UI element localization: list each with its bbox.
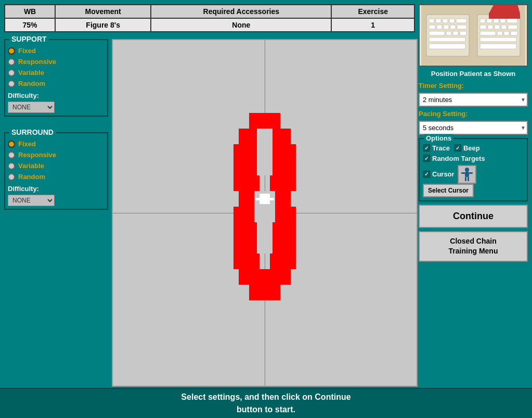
trace-checkbox-item[interactable]: Trace [423, 144, 450, 152]
pacing-dropdown-container[interactable]: 1 second 2 seconds 3 seconds 5 seconds 1… [419, 121, 528, 135]
support-variable-label: Variable [18, 69, 44, 77]
wb-value: 75% [5, 18, 55, 32]
bottom-instructions: Select settings, and then click on Conti… [181, 391, 351, 416]
cursor-checkbox-item[interactable]: Cursor [423, 170, 455, 178]
svg-rect-58 [489, 14, 520, 19]
beep-checkbox-item[interactable]: Beep [454, 144, 480, 152]
timer-dropdown-container[interactable]: 1 minute 2 minutes 3 minutes 5 minutes 1… [419, 93, 528, 107]
svg-rect-12 [233, 222, 259, 238]
support-responsive-radio[interactable] [8, 58, 15, 66]
random-targets-checkbox-item[interactable]: Random Targets [423, 155, 485, 162]
svg-rect-41 [480, 19, 485, 23]
surround-difficulty-select[interactable]: NONE [8, 195, 55, 206]
support-responsive-item[interactable]: Responsive [8, 58, 105, 66]
continue-button[interactable]: Continue [419, 205, 528, 228]
position-patient-text: Position Patient as Shown [419, 70, 528, 79]
svg-rect-5 [257, 129, 273, 175]
select-cursor-button[interactable]: Select Cursor [423, 184, 474, 197]
random-targets-row: Random Targets [423, 155, 524, 162]
svg-rect-45 [507, 19, 517, 23]
support-variable-item[interactable]: Variable [8, 69, 105, 77]
support-difficulty-label: Difficulty: [8, 92, 105, 99]
trace-checkbox[interactable] [423, 144, 430, 151]
svg-rect-19 [249, 285, 280, 300]
svg-rect-40 [429, 44, 465, 49]
header-movement: Movement [55, 5, 151, 18]
svg-rect-16 [233, 254, 259, 269]
support-fixed-item[interactable]: Fixed [8, 47, 105, 55]
support-difficulty-select[interactable]: NONE [8, 102, 55, 113]
svg-rect-53 [504, 31, 509, 35]
random-targets-label: Random Targets [432, 155, 485, 162]
svg-rect-44 [500, 19, 505, 23]
svg-rect-15 [257, 222, 273, 254]
svg-rect-51 [480, 31, 496, 35]
svg-rect-54 [511, 31, 517, 35]
svg-rect-3 [270, 144, 296, 160]
svg-rect-33 [450, 25, 456, 29]
timer-setting-label: Timer Setting: [419, 82, 528, 90]
surround-responsive-label: Responsive [18, 151, 56, 159]
header-wb: WB [5, 5, 55, 18]
pacing-setting-label: Pacing Setting: [419, 110, 528, 118]
svg-rect-63 [465, 177, 466, 181]
pacing-select[interactable]: 1 second 2 seconds 3 seconds 5 seconds 1… [419, 121, 528, 135]
surround-fixed-item[interactable]: Fixed [8, 140, 105, 148]
svg-rect-11 [254, 207, 275, 222]
support-radio-group: Fixed Responsive Variable Random [8, 47, 105, 87]
surround-variable-item[interactable]: Variable [8, 162, 105, 170]
trace-label: Trace [432, 144, 450, 152]
surround-random-radio[interactable] [8, 173, 15, 181]
svg-rect-55 [480, 37, 516, 42]
support-variable-radio[interactable] [8, 69, 15, 77]
svg-rect-42 [487, 19, 492, 23]
svg-rect-47 [488, 25, 493, 29]
svg-rect-60 [465, 172, 469, 177]
cursor-checkbox[interactable] [423, 171, 430, 178]
surround-variable-radio[interactable] [8, 162, 15, 170]
svg-rect-6 [233, 175, 259, 191]
svg-rect-29 [456, 19, 466, 23]
patient-illustration [421, 4, 525, 67]
svg-rect-28 [449, 19, 455, 23]
svg-rect-36 [446, 31, 451, 35]
header-table: WB Movement Required Accessories Exercis… [4, 4, 415, 32]
options-box: Options Trace Beep Random Targets Cursor [419, 138, 528, 201]
svg-rect-2 [233, 144, 259, 160]
svg-rect-48 [495, 25, 500, 29]
cursor-icon-box [458, 165, 476, 184]
svg-rect-34 [457, 25, 466, 29]
svg-rect-52 [497, 31, 502, 35]
support-random-radio[interactable] [8, 80, 15, 87]
surround-difficulty-label: Difficulty: [8, 185, 105, 193]
svg-rect-46 [480, 25, 486, 29]
cursor-figure-icon [459, 167, 475, 182]
support-fixed-radio[interactable] [8, 47, 15, 55]
surround-responsive-radio[interactable] [8, 151, 15, 159]
beep-checkbox[interactable] [454, 144, 461, 151]
surround-fixed-radio[interactable] [8, 141, 15, 148]
movement-value: Figure 8's [55, 18, 151, 32]
support-random-label: Random [18, 80, 45, 87]
surround-random-label: Random [18, 173, 45, 181]
svg-rect-0 [249, 113, 280, 129]
random-targets-checkbox[interactable] [423, 155, 430, 162]
cursor-label: Cursor [432, 170, 455, 178]
surround-random-item[interactable]: Random [8, 173, 105, 181]
svg-rect-25 [429, 19, 434, 23]
closed-chain-button[interactable]: Closed ChainTraining Menu [419, 231, 528, 262]
svg-rect-38 [460, 31, 466, 35]
svg-rect-39 [429, 37, 465, 42]
timer-select[interactable]: 1 minute 2 minutes 3 minutes 5 minutes 1… [419, 93, 528, 107]
svg-rect-32 [444, 25, 449, 29]
surround-difficulty-container[interactable]: NONE [8, 195, 105, 206]
support-random-item[interactable]: Random [8, 80, 105, 87]
svg-rect-43 [494, 19, 499, 23]
support-difficulty-container[interactable]: NONE [8, 102, 105, 113]
left-panel: SUPPORT Fixed Responsive Variable Random… [4, 39, 108, 387]
bottom-text-line2: button to start. [237, 405, 295, 414]
beep-label: Beep [463, 144, 480, 152]
surround-responsive-item[interactable]: Responsive [8, 151, 105, 159]
svg-rect-7 [270, 175, 296, 191]
header-accessories: Required Accessories [151, 5, 331, 18]
